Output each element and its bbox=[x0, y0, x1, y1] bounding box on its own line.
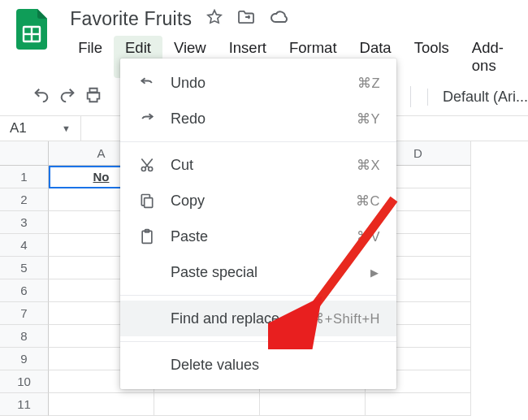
undo-icon[interactable] bbox=[32, 86, 50, 107]
menu-item-label: Cut bbox=[171, 157, 357, 174]
menu-separator bbox=[120, 295, 396, 296]
menu-item-paste-special[interactable]: Paste special▶ bbox=[120, 254, 396, 290]
select-all-corner[interactable] bbox=[0, 141, 49, 166]
row-header-1[interactable]: 1 bbox=[0, 166, 49, 188]
row-header-6[interactable]: 6 bbox=[0, 279, 49, 302]
font-name-label: Default (Ari... bbox=[443, 89, 528, 106]
row-header-10[interactable]: 10 bbox=[0, 370, 49, 393]
menu-separator bbox=[120, 341, 396, 342]
menu-file[interactable]: File bbox=[67, 36, 114, 78]
menu-item-label: Find and replace bbox=[171, 310, 310, 327]
move-icon[interactable] bbox=[237, 10, 255, 28]
row-header-5[interactable]: 5 bbox=[0, 257, 49, 279]
menu-item-label: Copy bbox=[171, 193, 356, 210]
cell-A11[interactable] bbox=[49, 393, 154, 416]
cell-D11[interactable] bbox=[366, 393, 471, 416]
cloud-status-icon[interactable] bbox=[270, 10, 289, 28]
menu-add-ons[interactable]: Add-ons bbox=[461, 36, 520, 78]
shortcut-label: ⌘V bbox=[357, 229, 380, 245]
print-icon[interactable] bbox=[84, 86, 102, 107]
row-header-2[interactable]: 2 bbox=[0, 188, 49, 211]
document-title[interactable]: Favorite Fruits bbox=[67, 8, 192, 30]
row-header-9[interactable]: 9 bbox=[0, 348, 49, 370]
copy-icon bbox=[135, 193, 159, 209]
menu-item-label: Delete values bbox=[171, 357, 380, 374]
chevron-down-icon: ▼ bbox=[62, 123, 71, 133]
menu-item-paste[interactable]: Paste⌘V bbox=[120, 219, 396, 254]
menu-item-label: Redo bbox=[171, 110, 357, 128]
row-header-3[interactable]: 3 bbox=[0, 211, 49, 234]
shortcut-label: ⌘C bbox=[356, 193, 380, 209]
cell-B11[interactable] bbox=[154, 393, 260, 416]
redo-icon[interactable] bbox=[58, 86, 76, 107]
name-box[interactable]: A1 ▼ bbox=[0, 116, 81, 141]
redo-icon bbox=[135, 110, 159, 127]
shortcut-label: ⌘Z bbox=[357, 76, 380, 91]
star-icon[interactable] bbox=[206, 9, 223, 28]
menu-separator bbox=[120, 141, 396, 142]
shortcut-label: ⌘Y bbox=[357, 111, 380, 127]
menu-item-label: Undo bbox=[171, 75, 357, 92]
shortcut-label: ⌘+Shift+H bbox=[310, 311, 380, 327]
menu-item-label: Paste special bbox=[171, 264, 380, 281]
cell-C11[interactable] bbox=[260, 393, 366, 416]
row-header-8[interactable]: 8 bbox=[0, 325, 49, 348]
cut-icon bbox=[135, 157, 159, 173]
menu-item-find-and-replace[interactable]: Find and replace⌘+Shift+H bbox=[120, 301, 396, 336]
svg-point-3 bbox=[141, 167, 145, 171]
font-selector[interactable]: Default (Ari... bbox=[427, 89, 528, 106]
shortcut-label: ⌘X bbox=[357, 158, 380, 173]
menu-item-copy[interactable]: Copy⌘C bbox=[120, 183, 396, 219]
edit-menu-dropdown: Undo⌘ZRedo⌘YCut⌘XCopy⌘CPaste⌘VPaste spec… bbox=[120, 58, 396, 389]
row-header-7[interactable]: 7 bbox=[0, 302, 49, 325]
menu-item-label: Paste bbox=[171, 228, 357, 245]
undo-icon bbox=[135, 75, 159, 91]
sheets-logo[interactable] bbox=[15, 6, 49, 52]
menu-item-redo[interactable]: Redo⌘Y bbox=[120, 101, 396, 136]
row-header-11[interactable]: 11 bbox=[0, 393, 49, 416]
name-box-value: A1 bbox=[10, 120, 27, 136]
svg-point-4 bbox=[149, 167, 153, 171]
menu-item-undo[interactable]: Undo⌘Z bbox=[120, 65, 396, 101]
menu-tools[interactable]: Tools bbox=[403, 36, 461, 78]
row-header-4[interactable]: 4 bbox=[0, 234, 49, 257]
submenu-arrow-icon: ▶ bbox=[370, 266, 379, 279]
svg-rect-5 bbox=[145, 198, 153, 208]
menu-item-cut[interactable]: Cut⌘X bbox=[120, 147, 396, 183]
paste-icon bbox=[135, 228, 159, 245]
menu-item-delete-values[interactable]: Delete values bbox=[120, 347, 396, 383]
